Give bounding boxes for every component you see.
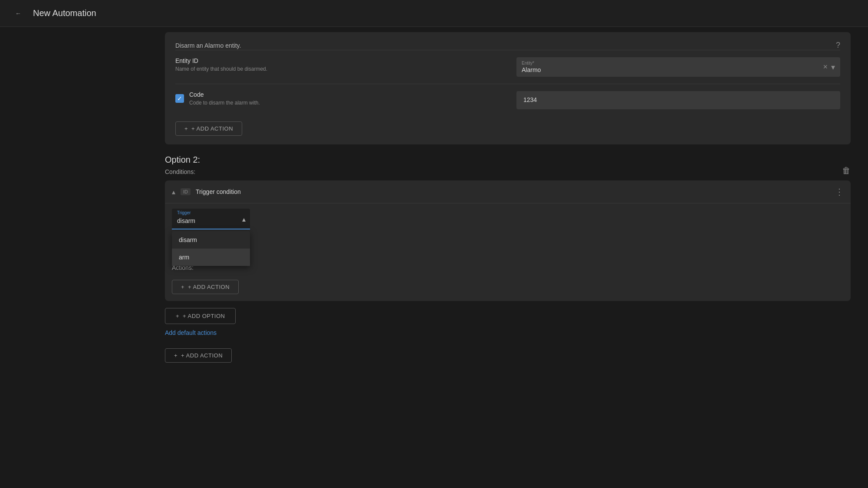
back-icon: ←	[15, 10, 21, 17]
entity-id-row: Entity ID Name of entity that should be …	[175, 50, 840, 84]
dropdown-item-disarm[interactable]: disarm	[172, 231, 250, 249]
option2-add-action-button[interactable]: + + ADD ACTION	[172, 280, 239, 294]
code-input-col	[516, 91, 840, 109]
condition-id-badge: ID	[181, 188, 191, 195]
bottom-add-action-button[interactable]: + + ADD ACTION	[165, 348, 232, 363]
header: ← New Automation	[0, 0, 868, 27]
entity-add-action-label: + ADD ACTION	[191, 125, 233, 132]
condition-card: ▴ ID Trigger condition ⋮ Trigger disarm …	[165, 180, 851, 301]
entity-chevron-icon[interactable]: ▾	[831, 62, 835, 72]
help-icon[interactable]: ?	[836, 41, 840, 50]
condition-body: Trigger disarm arm ▴ disarm arm Acti	[165, 203, 851, 301]
entity-input-value: Alarmo	[522, 66, 541, 73]
actions-placeholder: Actions:	[172, 264, 844, 271]
bottom-add-action-section: + + ADD ACTION	[165, 343, 851, 363]
condition-header[interactable]: ▴ ID Trigger condition ⋮	[165, 180, 851, 203]
condition-menu-icon[interactable]: ⋮	[835, 187, 844, 197]
entity-section-card: Disarm an Alarmo entity. ? Entity ID Nam…	[165, 32, 851, 144]
entity-id-description: Name of entity that should be disarmed.	[175, 66, 499, 72]
trigger-dropdown-menu: disarm arm	[172, 231, 250, 266]
entity-add-action-plus: +	[184, 125, 188, 132]
entity-id-label: Entity ID	[175, 57, 499, 64]
entity-clear-icon[interactable]: ×	[823, 62, 828, 72]
condition-name: Trigger condition	[196, 188, 830, 195]
entity-input-col: Entity* Alarmo × ▾	[516, 57, 840, 77]
code-row: ✓ Code Code to disarm the alarm with.	[175, 84, 840, 116]
code-description: Code to disarm the alarm with.	[189, 100, 260, 106]
entity-input-field[interactable]: Entity* Alarmo × ▾	[516, 57, 840, 77]
code-checkbox[interactable]: ✓	[175, 94, 184, 103]
code-label-group: Code Code to disarm the alarm with.	[189, 91, 260, 106]
option2-title: Option 2:	[165, 155, 851, 165]
bottom-plus-icon: +	[174, 352, 178, 359]
entity-field-inner: Entity* Alarmo	[522, 61, 541, 73]
content-area: Disarm an Alarmo entity. ? Entity ID Nam…	[148, 27, 868, 488]
option2-plus-icon: +	[181, 284, 184, 290]
option2-add-action-label: + ADD ACTION	[188, 284, 230, 290]
dropdown-item-arm[interactable]: arm	[172, 249, 250, 266]
back-button[interactable]: ←	[10, 6, 26, 21]
add-option-label: + ADD OPTION	[183, 313, 225, 319]
code-input[interactable]	[516, 91, 840, 109]
default-actions-link[interactable]: Add default actions	[165, 329, 851, 336]
page-title: New Automation	[33, 8, 96, 18]
add-option-button[interactable]: + + ADD OPTION	[165, 308, 236, 324]
code-label-col: ✓ Code Code to disarm the alarm with.	[175, 91, 499, 106]
entity-add-action-button[interactable]: + + ADD ACTION	[175, 121, 242, 136]
check-icon: ✓	[177, 95, 182, 102]
condition-collapse-icon: ▴	[172, 188, 175, 196]
trigger-field-container: Trigger disarm arm ▴ disarm arm	[172, 209, 844, 229]
code-checkbox-row: ✓ Code Code to disarm the alarm with.	[175, 91, 499, 106]
trigger-select-label: Trigger	[177, 210, 191, 215]
add-option-plus: +	[176, 313, 179, 319]
bottom-section: + + ADD OPTION Add default actions	[165, 308, 851, 336]
conditions-label: Conditions:	[165, 168, 851, 175]
entity-input-label: Entity*	[522, 61, 541, 66]
actions-label: Actions:	[172, 264, 844, 271]
sidebar	[0, 27, 148, 488]
entity-description: Disarm an Alarmo entity. ?	[175, 41, 840, 50]
bottom-add-action-label: + ADD ACTION	[181, 352, 223, 359]
trigger-select-wrapper[interactable]: Trigger disarm arm ▴	[172, 209, 250, 229]
code-label: Code	[189, 91, 260, 98]
option2-delete-icon[interactable]: 🗑	[842, 166, 851, 176]
entity-label-col: Entity ID Name of entity that should be …	[175, 57, 499, 72]
main-layout: Disarm an Alarmo entity. ? Entity ID Nam…	[0, 27, 868, 488]
entity-field-actions: × ▾	[823, 62, 835, 72]
